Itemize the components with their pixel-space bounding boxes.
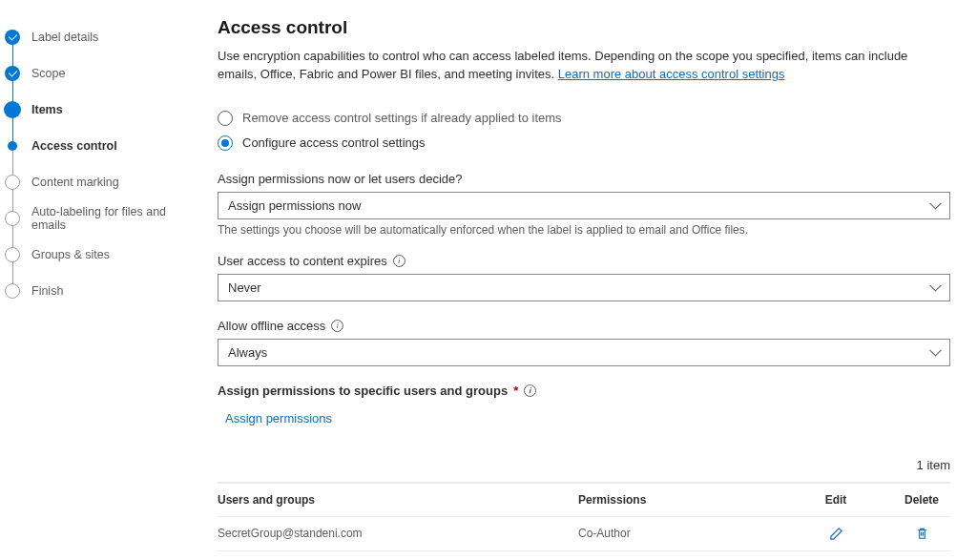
assign-permissions-label: Assign permissions to specific users and… [218, 384, 950, 398]
cell-edit [779, 527, 893, 541]
pending-step-icon [5, 247, 20, 262]
wizard-sidebar: Label details Scope Items Access control… [0, 0, 191, 560]
trash-icon[interactable] [915, 527, 929, 541]
learn-more-link[interactable]: Learn more about access control settings [558, 67, 785, 81]
step-label: Groups & sites [31, 248, 110, 261]
step-groups-sites[interactable]: Groups & sites [5, 237, 191, 273]
info-icon[interactable]: i [331, 320, 343, 332]
info-icon[interactable]: i [393, 255, 405, 267]
step-label: Content marking [31, 176, 119, 189]
step-label: Scope [31, 67, 65, 80]
step-label: Items [31, 103, 63, 116]
radio-label: Configure access control settings [242, 135, 425, 150]
field-label: Assign permissions now or let users deci… [218, 172, 950, 186]
radio-remove-access[interactable]: Remove access control settings if alread… [218, 111, 950, 126]
step-label: Access control [31, 139, 117, 153]
step-label-details[interactable]: Label details [5, 19, 191, 55]
table-row: SecretGroup@standeni.com Co-Author [218, 517, 950, 551]
page-title: Access control [218, 17, 950, 38]
step-label: Finish [31, 284, 63, 298]
table-header: Users and groups Permissions Edit Delete [218, 484, 950, 517]
col-delete-header: Delete [893, 493, 950, 507]
offline-dropdown[interactable]: Always [218, 339, 950, 366]
radio-configure-access[interactable]: Configure access control settings [218, 135, 950, 151]
radio-label: Remove access control settings if alread… [242, 111, 562, 125]
required-asterisk: * [513, 384, 518, 398]
field-label: User access to content expires i [218, 254, 950, 268]
info-icon[interactable]: i [524, 384, 536, 397]
radio-icon [218, 111, 233, 126]
pending-step-icon [5, 175, 20, 190]
label-text: Assign permissions to specific users and… [218, 384, 508, 398]
intro-text: Use encryption capabilities to control w… [218, 48, 950, 84]
col-edit-header: Edit [779, 493, 893, 507]
helper-text: The settings you choose will be automati… [218, 223, 950, 237]
cell-delete [893, 527, 950, 541]
assign-permissions-mode: Assign permissions now or let users deci… [218, 172, 950, 237]
assign-permissions-link[interactable]: Assign permissions [218, 407, 340, 429]
edit-icon[interactable] [829, 527, 843, 541]
label-text: Allow offline access [218, 319, 325, 333]
step-label: Auto-labeling for files and emails [31, 205, 191, 232]
allow-offline-access: Allow offline access i Always [218, 319, 950, 366]
step-access-control[interactable]: Access control [5, 128, 191, 164]
step-auto-labeling[interactable]: Auto-labeling for files and emails [5, 200, 191, 237]
step-finish[interactable]: Finish [5, 273, 191, 309]
pending-step-icon [5, 211, 20, 226]
col-permissions-header: Permissions [578, 493, 779, 507]
step-scope[interactable]: Scope [5, 55, 191, 92]
col-users-header: Users and groups [218, 493, 578, 507]
radio-selected-icon [218, 135, 233, 151]
cell-permissions: Co-Author [578, 527, 779, 540]
cell-users: SecretGroup@standeni.com [218, 527, 578, 540]
label-text: User access to content expires [218, 254, 387, 268]
current-substep-icon [8, 141, 17, 151]
current-step-icon [4, 101, 21, 118]
access-control-mode-radios: Remove access control settings if alread… [218, 111, 950, 151]
step-label: Label details [31, 31, 98, 44]
step-items[interactable]: Items [5, 92, 191, 128]
checkmark-icon [5, 66, 20, 81]
item-count: 1 item [218, 458, 950, 478]
field-label: Allow offline access i [218, 319, 950, 333]
assign-permissions-section: Assign permissions to specific users and… [218, 384, 950, 551]
permissions-table: Users and groups Permissions Edit Delete… [218, 483, 950, 551]
pending-step-icon [5, 283, 20, 299]
step-content-marking[interactable]: Content marking [5, 164, 191, 200]
assign-mode-dropdown[interactable]: Assign permissions now [218, 192, 950, 219]
main-content: Access control Use encryption capabiliti… [191, 0, 977, 560]
expires-dropdown[interactable]: Never [218, 274, 950, 301]
checkmark-icon [5, 30, 20, 45]
user-access-expires: User access to content expires i Never [218, 254, 950, 301]
